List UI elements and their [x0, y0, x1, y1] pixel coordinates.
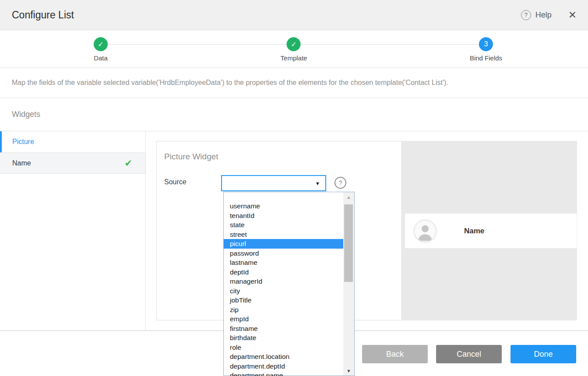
step-bind-fields[interactable]: 3 Bind Fields	[470, 30, 502, 62]
dropdown-option[interactable]: username	[224, 201, 344, 211]
step-template[interactable]: ✓ Template	[281, 30, 307, 62]
widgets-heading: Widgets	[12, 110, 40, 119]
step-label: Bind Fields	[470, 54, 502, 62]
sidebar-item-name[interactable]: Name ✔	[0, 152, 145, 174]
scrollbar-thumb[interactable]	[344, 204, 353, 282]
help-label: Help	[535, 11, 552, 20]
done-button[interactable]: Done	[511, 345, 576, 363]
dropdown-option[interactable]: street	[224, 230, 344, 239]
template-preview-panel: Name	[402, 141, 577, 320]
sidebar-item-label: Picture	[12, 138, 34, 146]
dropdown-option[interactable]: role	[224, 343, 344, 352]
dropdown-option[interactable]: picurl	[224, 239, 344, 249]
dropdown-option[interactable]: managerId	[224, 277, 344, 286]
step-connector-line	[109, 44, 287, 45]
sidebar-item-label: Name	[12, 159, 31, 167]
step-label: Data	[94, 54, 108, 62]
mapped-check-icon: ✔	[124, 158, 132, 169]
widgets-section-header: Widgets	[0, 98, 588, 131]
widgets-sidebar: Picture Name ✔	[0, 131, 146, 330]
caret-down-icon: ▼	[315, 181, 320, 186]
dropdown-option[interactable]: deptId	[224, 267, 344, 277]
dropdown-scrollbar[interactable]: ▲ ▼	[343, 192, 354, 376]
help-button[interactable]: ? Help	[521, 10, 552, 20]
step-connector-line	[301, 44, 479, 45]
cancel-button[interactable]: Cancel	[436, 345, 502, 363]
sidebar-item-picture[interactable]: Picture	[0, 131, 145, 152]
dropdown-option[interactable]: zip	[224, 305, 344, 315]
step-number-badge: 3	[479, 37, 493, 51]
dialog-title: Configure List	[12, 9, 74, 21]
avatar-placeholder-icon	[413, 219, 437, 243]
wizard-stepper: ✓ Data ✓ Template 3 Bind Fields	[0, 30, 588, 68]
dropdown-option[interactable]: password	[224, 249, 344, 258]
header-controls: ? Help ✕	[521, 0, 577, 30]
source-dropdown-list: usernametenantIdstatestreetpicurlpasswor…	[223, 192, 355, 376]
dropdown-option[interactable]: tenantId	[224, 211, 344, 221]
dropdown-option[interactable]: firstname	[224, 324, 344, 334]
scroll-down-icon[interactable]: ▼	[343, 369, 354, 373]
dropdown-option[interactable]: birthdate	[224, 333, 344, 343]
step-complete-check-icon: ✓	[94, 37, 108, 51]
configure-list-dialog: Configure List ? Help ✕ ✓ Data ✓ Templat…	[0, 0, 588, 376]
dropdown-option[interactable]: city	[224, 286, 344, 296]
dropdown-option[interactable]: department.location	[224, 352, 344, 362]
source-label: Source	[164, 178, 187, 186]
dropdown-option[interactable]: department.name	[224, 371, 344, 376]
dropdown-options: usernametenantIdstatestreetpicurlpasswor…	[224, 192, 344, 376]
back-button[interactable]: Back	[362, 345, 428, 363]
help-icon: ?	[521, 10, 531, 20]
scroll-up-icon[interactable]: ▲	[343, 195, 354, 200]
dropdown-option[interactable]: jobTitle	[224, 295, 344, 305]
close-icon[interactable]: ✕	[568, 9, 577, 21]
source-help-icon[interactable]: ?	[334, 177, 346, 189]
step-label: Template	[281, 54, 307, 62]
step-data[interactable]: ✓ Data	[94, 30, 108, 62]
dropdown-option[interactable]: department.deptId	[224, 362, 344, 371]
dropdown-option[interactable]: lastname	[224, 258, 344, 267]
preview-name-text: Name	[464, 227, 484, 235]
description-bar: Map the fields of the variable selected …	[0, 68, 588, 98]
description-text: Map the fields of the variable selected …	[12, 79, 448, 87]
dropdown-option[interactable]: empId	[224, 314, 344, 324]
dialog-header: Configure List ? Help ✕	[0, 0, 588, 30]
source-select[interactable]: ▼	[221, 175, 326, 191]
dropdown-option[interactable]: state	[224, 220, 344, 230]
panel-title: Picture Widget	[164, 152, 218, 162]
step-complete-check-icon: ✓	[287, 37, 301, 51]
contact-list-preview-row: Name	[405, 214, 577, 248]
